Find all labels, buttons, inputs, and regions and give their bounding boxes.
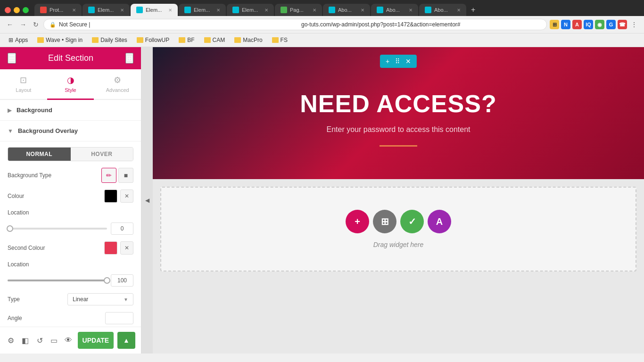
ext-icon-6[interactable]: G xyxy=(606,20,616,29)
state-tab-normal[interactable]: NORMAL xyxy=(8,148,71,161)
tab-close-4[interactable]: ✕ xyxy=(216,8,220,13)
colour-swatch[interactable] xyxy=(104,189,117,203)
address-bar[interactable]: 🔒 Not Secure | go-tuts.com/wp-admin/post… xyxy=(43,19,547,30)
folder-icon-macpro xyxy=(234,37,241,43)
widget-icon-2[interactable]: ✓ xyxy=(400,210,424,233)
footer-responsive-btn[interactable]: ▭ xyxy=(49,332,60,349)
location-second-thumb[interactable] xyxy=(104,277,110,284)
bookmark-wave-label: Wave • Sign in xyxy=(46,37,83,43)
sidebar-tabs: ⊡ Layout ◑ Style ⚙ Advanced xyxy=(0,69,141,100)
background-type-row: Background Type ✏ ■ xyxy=(8,168,133,183)
tab-favicon-6 xyxy=(281,7,287,13)
second-colour-row: Second Colour ✕ xyxy=(8,241,133,255)
location-second-input[interactable] xyxy=(111,274,133,287)
browser-tab-4[interactable]: Elem... ✕ xyxy=(179,4,226,16)
browser-tab-8[interactable]: Abo... ✕ xyxy=(371,4,418,16)
second-colour-clear-btn[interactable]: ✕ xyxy=(120,241,133,255)
browser-tab-5[interactable]: Elem... ✕ xyxy=(227,4,274,16)
location-first-slider-row xyxy=(8,222,133,235)
update-button[interactable]: UPDATE xyxy=(78,332,114,349)
state-tab-hover[interactable]: HOVER xyxy=(71,148,133,161)
sidebar-grid-button[interactable]: ⊞ xyxy=(125,53,133,64)
type-dropdown[interactable]: Linear ▼ xyxy=(67,293,133,305)
bookmark-wave-signin[interactable]: Wave • Sign in xyxy=(33,35,86,45)
sidebar-menu-button[interactable]: ☰ xyxy=(8,53,16,64)
tab-advanced[interactable]: ⚙ Advanced xyxy=(94,69,141,100)
ext-icon-4[interactable]: IQ xyxy=(584,20,593,29)
browser-tab-6[interactable]: Pag... ✕ xyxy=(275,4,322,16)
browser-tab-3[interactable]: Elem... ✕ xyxy=(131,4,178,16)
bg-type-gradient-btn[interactable]: ■ xyxy=(118,168,133,183)
maximize-traffic-light[interactable] xyxy=(23,7,29,13)
bookmark-macpro-label: MacPro xyxy=(243,37,262,43)
minimize-traffic-light[interactable] xyxy=(14,7,20,13)
angle-input[interactable] xyxy=(105,312,133,324)
browser-tab-1[interactable]: Prot... ✕ xyxy=(34,4,82,16)
bg-type-classic-btn[interactable]: ✏ xyxy=(101,168,116,183)
footer-layers-btn[interactable]: ◧ xyxy=(20,332,31,349)
widget-add-row: + ⊞ ✓ A xyxy=(346,210,451,233)
browser-tab-2[interactable]: Elem... ✕ xyxy=(83,4,130,16)
new-tab-button[interactable]: + xyxy=(467,4,479,16)
reload-button[interactable]: ↻ xyxy=(31,19,41,30)
close-traffic-light[interactable] xyxy=(5,7,11,13)
tab-style[interactable]: ◑ Style xyxy=(47,69,94,100)
bookmark-bf[interactable]: BF xyxy=(175,35,198,45)
location-second-slider-row xyxy=(8,274,133,287)
bookmarks-bar: ⊞ Apps Wave • Sign in Daily Sites Follow… xyxy=(0,33,644,47)
section-add-btn[interactable]: + xyxy=(384,57,391,66)
tab-close-2[interactable]: ✕ xyxy=(120,8,124,13)
location-first-label: Location xyxy=(8,209,29,216)
back-button[interactable]: ← xyxy=(5,19,15,30)
add-widget-btn[interactable]: + xyxy=(346,210,369,233)
collapse-toggle[interactable]: ◀ xyxy=(141,47,153,354)
bookmark-fs[interactable]: FS xyxy=(268,35,291,45)
ext-icon-2[interactable]: N xyxy=(561,20,570,29)
tab-close-3[interactable]: ✕ xyxy=(168,8,172,13)
section-move-btn[interactable]: ⠿ xyxy=(393,57,402,66)
tab-close-7[interactable]: ✕ xyxy=(361,8,364,13)
ext-icon-5[interactable]: ◉ xyxy=(595,20,604,29)
tab-label-9: Abo... xyxy=(434,7,454,13)
tab-close-5[interactable]: ✕ xyxy=(264,8,268,13)
tab-close-1[interactable]: ✕ xyxy=(72,8,76,13)
bookmark-macpro[interactable]: MacPro xyxy=(231,35,266,45)
colour-clear-btn[interactable]: ✕ xyxy=(120,189,133,203)
tab-layout[interactable]: ⊡ Layout xyxy=(0,69,47,100)
type-row: Type Linear ▼ xyxy=(8,293,133,305)
bookmark-followup[interactable]: FollowUP xyxy=(133,35,173,45)
ext-icon-1[interactable]: ⊞ xyxy=(550,20,559,29)
footer-history-btn[interactable]: ↺ xyxy=(34,332,45,349)
ext-icon-3[interactable]: A xyxy=(572,20,582,29)
section-close-btn[interactable]: ✕ xyxy=(404,57,413,66)
widget-icon-3[interactable]: A xyxy=(428,210,451,233)
bookmark-daily-sites[interactable]: Daily Sites xyxy=(88,35,131,45)
tab-close-9[interactable]: ✕ xyxy=(457,8,461,13)
bookmark-cam[interactable]: CAM xyxy=(200,35,229,45)
location-first-input[interactable] xyxy=(111,222,133,235)
type-dropdown-arrow: ▼ xyxy=(124,297,128,302)
forward-button[interactable]: → xyxy=(18,19,28,30)
browser-menu-button[interactable]: ⋮ xyxy=(629,19,639,30)
location-first-thumb[interactable] xyxy=(7,225,13,232)
footer-settings-btn[interactable]: ⚙ xyxy=(6,332,17,349)
footer-preview-btn[interactable]: 👁 xyxy=(63,332,74,349)
browser-tab-9[interactable]: Abo... ✕ xyxy=(419,4,466,16)
update-arrow-button[interactable]: ▲ xyxy=(117,332,135,349)
bookmark-apps[interactable]: ⊞ Apps xyxy=(5,35,32,45)
location-second-slider xyxy=(8,274,133,287)
tab-close-8[interactable]: ✕ xyxy=(409,8,413,13)
background-section-header[interactable]: ▶ Background xyxy=(0,100,141,121)
second-colour-swatch[interactable] xyxy=(104,241,117,255)
bookmark-followup-label: FollowUP xyxy=(145,37,169,43)
bookmark-fs-label: FS xyxy=(281,37,288,43)
ext-icon-7[interactable]: ☎ xyxy=(618,20,627,29)
bookmark-cam-label: CAM xyxy=(213,37,225,43)
location-second-track[interactable] xyxy=(8,280,107,281)
tab-close-6[interactable]: ✕ xyxy=(313,8,316,13)
browser-tab-7[interactable]: Abo... ✕ xyxy=(323,4,370,16)
widget-icon-1[interactable]: ⊞ xyxy=(373,210,396,233)
location-first-track[interactable] xyxy=(8,228,107,230)
second-colour-label: Second Colour xyxy=(8,245,45,251)
background-overlay-section-header[interactable]: ▼ Background Overlay xyxy=(0,121,141,141)
